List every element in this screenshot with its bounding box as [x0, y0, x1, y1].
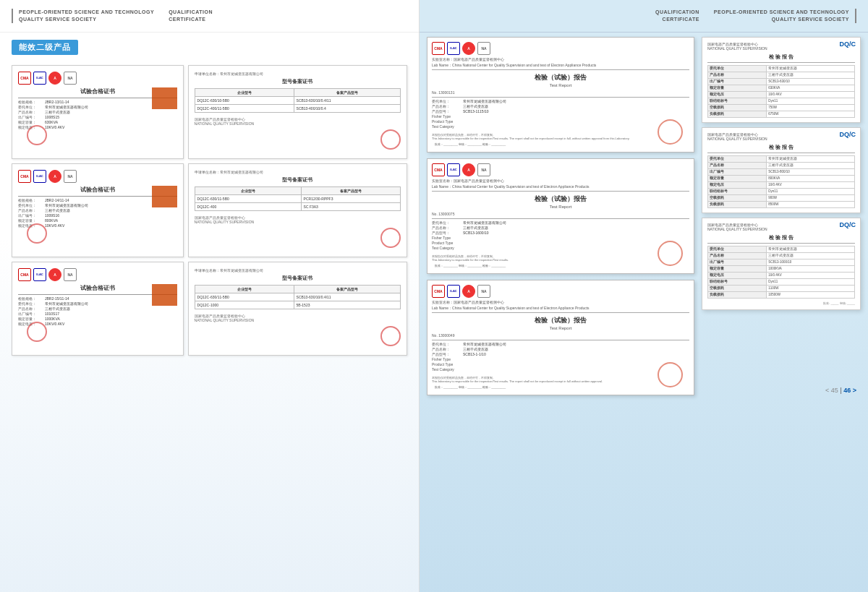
table-row: 出厂编号SCB13-1000/10 — [708, 259, 855, 265]
cert-field-3: 出厂编号： 1008S15 — [18, 115, 177, 119]
na-logo-r1: NA — [477, 42, 490, 55]
table-row: 联结组标号Dyn11 — [708, 278, 855, 285]
table-row: 额定电压10/0.4KV — [708, 181, 855, 188]
type-cert-table-1: 企业型号 备案产品型号 DQ12C-630/10-5B0 SCB13-630/1… — [195, 88, 401, 113]
table-row: 额定电压10/0.4KV — [708, 91, 855, 98]
dqc-table-1: 委托单位常州市龙城变压器 产品名称三相干式变压器 出厂编号SCB13-630/1… — [707, 65, 855, 118]
dqc-inst-3: 国家电器产品质量监督检验中心NATIONAL QUALITY SUPERVISI… — [707, 223, 855, 232]
header-right: QUALIFICATION CERTIFICATE PEOPLE-ORIENTE… — [420, 0, 868, 33]
report-disclaimer-2: 本报告仅对受检样品负责，未经许可，不得复制。This laboratory is… — [432, 254, 689, 262]
report-inst-zh-2: 实验室名称：国家电器产品质量监督检测中心 — [432, 179, 689, 184]
report-logos-1: CMA ILAC A NA — [432, 42, 689, 55]
right-panel: QUALIFICATION CERTIFICATE PEOPLE-ORIENTE… — [420, 0, 868, 592]
dqc-card-3: DQ/C 国家电器产品质量监督检验中心NATIONAL QUALITY SUPE… — [702, 218, 861, 310]
report-inst-en-1: Lab Name：China National Center for Quali… — [432, 63, 689, 68]
field-label: 出厂编号： — [18, 115, 43, 119]
report-cert-no-1: No. 13000131 — [432, 90, 689, 95]
report-inst-zh-1: 实验室名称：国家电器产品质量监督检测中心 — [432, 57, 689, 62]
table-row: 空载损耗900W — [708, 194, 855, 201]
report-stamp-3 — [658, 362, 683, 387]
cell: DQ12C-630/10-5B0 — [195, 96, 294, 104]
report-disclaimer-1: 本报告仅对受检样品负责，未经许可，不得复制。This laboratory is… — [432, 133, 689, 141]
iso-logo-2: ILAC — [33, 170, 46, 183]
dqc-sign-area: 批准: _____ 审核: _____ — [707, 301, 855, 305]
table-row: DQ12C-630/11-5B0 PCR12/30-RPPF3 — [195, 194, 400, 202]
report-cert-no-3: No. 13000049 — [432, 333, 689, 338]
field-value: 630KVA — [45, 120, 58, 124]
report-title-en-3: Test Report — [432, 326, 689, 330]
dqc-inst-2: 国家电器产品质量监督检验中心NATIONAL QUALITY SUPERVISI… — [707, 132, 855, 142]
dqc-inst-1: 国家电器产品质量监督检验中心NATIONAL QUALITY SUPERVISI… — [707, 42, 855, 51]
dqc-badge-1: DQ/C — [840, 40, 856, 48]
na-logo-r2: NA — [477, 163, 490, 176]
field-value: JBR2-13/11-14 — [45, 100, 69, 104]
test-cert-2: CMA ILAC A NA 试验合格证书 检验规格：JBR2-14/11-14 … — [12, 163, 184, 257]
cert-logos-2: CMA ILAC A NA — [18, 170, 177, 183]
a-logo-1: A — [48, 72, 61, 85]
field-value: 常州市龙城变压器有限公司 — [45, 105, 88, 109]
society-name-right: QUALITY SERVICE SOCIETY — [714, 16, 849, 23]
next-page[interactable]: 46 > — [843, 387, 856, 394]
cert-logos-3: CMA ILAC A NA — [18, 268, 177, 281]
page-numbers: < 45 | 46 > — [825, 387, 856, 394]
cell: SCB13-630/10/0.4/11 — [294, 96, 400, 104]
certificates-grid: CMA ILAC A NA 试验合格证书 检验规格： JBR2-13/11-14… — [0, 62, 419, 361]
dqc-card-1: DQ/C 国家电器产品质量监督检验中心NATIONAL QUALITY SUPE… — [702, 37, 861, 123]
report-title-en-2: Test Report — [432, 205, 689, 209]
cert-row-3: CMA ILAC A NA 试验合格证书 检验规格：JBR2-15/11-14 … — [12, 262, 407, 356]
cert-label-right: CERTIFICATE — [655, 16, 699, 23]
na-logo-r3: NA — [477, 285, 490, 298]
cma-logo-r3: CMA — [432, 285, 445, 298]
test-cert-3: CMA ILAC A NA 试验合格证书 检验规格：JBR2-15/11-14 … — [12, 262, 184, 356]
dqc-badge-3: DQ/C — [840, 221, 856, 228]
header-left: PEOPLE-ORIENTED SCIENCE AND TECHNOLOGY Q… — [0, 0, 419, 33]
dqc-title-1: 检 验 报 告 — [707, 53, 855, 63]
prev-page[interactable]: < 45 — [825, 387, 838, 394]
cert-field-2: 产品名称： 三相干式变压器 — [18, 110, 177, 114]
field-label: 产品名称： — [18, 110, 43, 114]
table-row: 空载损耗1100W — [708, 285, 855, 291]
cma-logo-1: CMA — [18, 72, 31, 85]
table-row: 联结组标号Dyn11 — [708, 98, 855, 104]
company-info-right: PEOPLE-ORIENTED SCIENCE AND TECHNOLOGY Q… — [714, 9, 856, 23]
table-row: 负载损耗10500W — [708, 291, 855, 298]
report-title-en-1: Test Report — [432, 83, 689, 87]
cert-row-1: CMA ILAC A NA 试验合格证书 检验规格： JBR2-13/11-14… — [12, 65, 407, 159]
test-report-1: CMA ILAC A NA 实验室名称：国家电器产品质量监督检测中心 Lab N… — [427, 37, 694, 153]
test-reports-column: CMA ILAC A NA 实验室名称：国家电器产品质量监督检测中心 Lab N… — [427, 37, 694, 395]
na-logo-1: NA — [64, 72, 77, 85]
type-cert-2: 申请单位名称：常州市龙城变压器有限公司 型号备案证书 企业型号备案产品型号 DQ… — [188, 163, 407, 257]
cert-stamp-1 — [27, 125, 47, 145]
cert-stamp-3 — [27, 322, 47, 342]
table-row: DQ12C-630/10-5B0 SCB13-630/10/0.4/11 — [195, 96, 400, 104]
report-signature-1: 批准：_________ 审核：_________ 检验：_________ — [435, 142, 506, 146]
cert-field-4: 额定容量： 630KVA — [18, 120, 177, 124]
table-row: 委托单位常州市龙城变压器 — [708, 246, 855, 252]
report-inst-zh-3: 实验室名称：国家电器产品质量监督检测中心 — [432, 300, 689, 305]
table-row: 额定容量800KVA — [708, 175, 855, 181]
cma-logo-r2: CMA — [432, 163, 445, 176]
qual-label-right: QUALIFICATION — [655, 9, 699, 16]
a-logo-r3: A — [462, 285, 475, 298]
field-value: 10KV/0.4KV — [45, 125, 64, 129]
type-cert-stamp-2 — [380, 228, 401, 248]
field-label: 检验规格： — [18, 100, 43, 104]
report-stamp-1 — [658, 119, 683, 145]
cert-transformer-image-2 — [152, 186, 177, 207]
report-title-zh-2: 检验（试验）报告 — [432, 194, 689, 204]
table-row: 委托单位常州市龙城变压器 — [708, 155, 855, 162]
report-cert-no-2: No. 13000075 — [432, 212, 689, 216]
type-cert-1: 申请单位名称：常州市龙城变压器有限公司 型号备案证书 企业型号 备案产品型号 D… — [188, 65, 407, 159]
report-inst-en-2: Lab Name：China National Center for Quali… — [432, 184, 689, 189]
type-cert-table-2: 企业型号备案产品型号 DQ12C-630/11-5B0 PCR12/30-RPP… — [195, 186, 401, 211]
type-cert-footer-1: 国家电器产品质量监督检验中心NATIONAL QUALITY SUPERVISI… — [195, 117, 401, 126]
cell: SCB13-400/10/0.4 — [294, 104, 400, 112]
dqc-card-2: DQ/C 国家电器产品质量监督检验中心NATIONAL QUALITY SUPE… — [702, 127, 861, 213]
field-label: 委托单位： — [18, 105, 43, 109]
table-row: 联结组标号Dyn11 — [708, 188, 855, 194]
test-cert-1: CMA ILAC A NA 试验合格证书 检验规格： JBR2-13/11-14… — [12, 65, 184, 159]
table-row: 出厂编号SCB13-800/10 — [708, 168, 855, 175]
type-cert-stamp-3 — [380, 326, 401, 346]
cert-label-left: CERTIFICATE — [169, 16, 213, 23]
table-row: 额定电压10/0.4KV — [708, 272, 855, 278]
